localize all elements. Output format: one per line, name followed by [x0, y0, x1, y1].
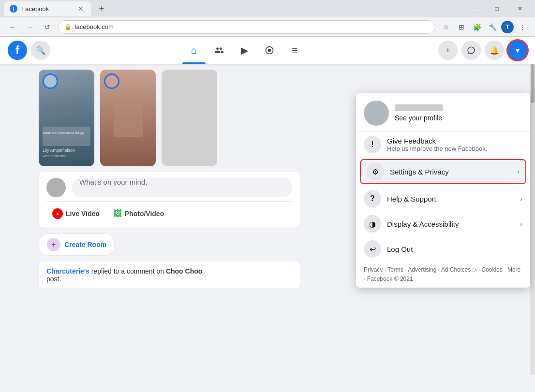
- back-button[interactable]: ←: [6, 20, 19, 34]
- settings-privacy-menu-item[interactable]: ⚙ Settings & Privacy ›: [360, 159, 526, 184]
- notification-name[interactable]: Charcuterie's: [46, 267, 89, 275]
- give-feedback-menu-item[interactable]: ! Give Feedback Help us improve the new …: [356, 132, 530, 157]
- maximize-button[interactable]: □: [486, 0, 508, 17]
- notification-feed-item: Charcuterie's replied to a comment on Ch…: [39, 261, 300, 289]
- minimize-button[interactable]: —: [462, 0, 485, 17]
- extensions-button[interactable]: 🧩: [470, 20, 484, 34]
- logout-icon: ↩: [364, 240, 381, 258]
- profile-info: See your profile: [395, 104, 443, 122]
- user-avatar: [46, 178, 66, 197]
- reload-button[interactable]: ↺: [41, 20, 54, 34]
- story-card-1[interactable]: Lily Ampelfielson was someone some text …: [39, 70, 94, 166]
- window-controls: — □ ✕: [462, 0, 531, 17]
- post-actions: ● Live Video 🖼 Photo/Video: [46, 201, 292, 222]
- settings-privacy-text: Settings & Privacy: [390, 168, 511, 176]
- display-icon: ◑: [364, 215, 381, 232]
- help-chevron-icon: ›: [520, 195, 522, 203]
- create-room-button[interactable]: + Create Room: [39, 233, 115, 256]
- profile-avatar: [364, 101, 389, 126]
- url-text: facebook.com: [74, 23, 114, 30]
- nav-home-button[interactable]: ⌂: [182, 39, 206, 62]
- browser-nav-bar: ← → ↺ 🔒 facebook.com ☆ ⊞ 🧩 🔧 T ⋮: [0, 17, 535, 37]
- account-dropdown-menu: See your profile ! Give Feedback Help us…: [356, 93, 530, 288]
- live-video-button[interactable]: ● Live Video: [46, 205, 105, 222]
- lock-icon: 🔒: [64, 24, 72, 30]
- nav-watch-button[interactable]: ▶: [233, 39, 256, 62]
- browser-tab[interactable]: f Facebook ✕: [4, 1, 91, 16]
- fb-top-navigation: f 🔍 ⌂ ▶ ≡ + 🔔 ▾: [0, 37, 535, 64]
- facebook-app: f 🔍 ⌂ ▶ ≡ + 🔔 ▾: [0, 37, 535, 375]
- help-support-text: Help & Support: [387, 195, 514, 203]
- photo-video-button[interactable]: 🖼 Photo/Video: [107, 205, 170, 222]
- fb-nav-right: + 🔔 ▾: [438, 41, 527, 60]
- create-button[interactable]: +: [438, 41, 458, 60]
- post-input-field[interactable]: What's on your mind,: [72, 178, 292, 197]
- story-card-3[interactable]: [162, 70, 217, 166]
- give-feedback-text: Give Feedback Help us improve the new Fa…: [387, 137, 522, 152]
- profile-menu-item[interactable]: See your profile: [356, 97, 530, 132]
- address-bar[interactable]: 🔒 facebook.com: [58, 20, 435, 34]
- fb-content-area: Lily Ampelfielson was someone some text …: [0, 64, 535, 375]
- profile-name-blur: [395, 104, 443, 111]
- close-button[interactable]: ✕: [509, 0, 531, 17]
- extensions2-button[interactable]: 🔧: [486, 20, 499, 34]
- live-video-icon: ●: [52, 208, 63, 219]
- logout-menu-item[interactable]: ↩ Log Out: [356, 236, 530, 261]
- messenger-button[interactable]: [461, 41, 481, 60]
- photo-video-icon: 🖼: [113, 209, 122, 219]
- display-accessibility-menu-item[interactable]: ◑ Display & Accessibility ›: [356, 211, 530, 236]
- nav-actions: ☆ ⊞ 🧩 🔧 T ⋮: [439, 20, 529, 34]
- story-card-2[interactable]: [100, 70, 156, 166]
- display-chevron-icon: ›: [520, 220, 522, 228]
- help-support-menu-item[interactable]: ? Help & Support ›: [356, 186, 530, 211]
- see-profile-label: See your profile: [395, 114, 443, 122]
- tab-close-button[interactable]: ✕: [76, 4, 85, 13]
- display-accessibility-text: Display & Accessibility: [387, 220, 514, 228]
- post-composer: What's on your mind, ● Live Video 🖼 Phot…: [39, 172, 300, 228]
- nav-menu-button[interactable]: ≡: [283, 39, 306, 62]
- bookmark-button[interactable]: ☆: [439, 20, 453, 34]
- account-button[interactable]: ▾: [508, 41, 527, 60]
- give-feedback-icon: !: [364, 136, 381, 153]
- tab-favicon: f: [10, 5, 17, 13]
- scrollbar-thumb[interactable]: [531, 64, 535, 103]
- notification-link[interactable]: Choo Choo: [166, 267, 202, 275]
- fb-search-button[interactable]: 🔍: [31, 41, 50, 60]
- fb-logo[interactable]: f: [8, 41, 27, 60]
- svg-point-1: [268, 49, 271, 52]
- browser-profile-button[interactable]: T: [501, 21, 514, 33]
- new-tab-button[interactable]: +: [95, 2, 108, 15]
- help-icon: ?: [364, 190, 381, 207]
- nav-groups-button[interactable]: [258, 39, 281, 62]
- fb-nav-center: ⌂ ▶ ≡: [50, 39, 438, 62]
- scrollbar[interactable]: [530, 64, 535, 375]
- title-bar: f Facebook ✕ + — □ ✕: [0, 0, 535, 17]
- browser-menu-button[interactable]: ⋮: [516, 20, 529, 34]
- create-room-icon: +: [47, 238, 60, 251]
- nav-friends-button[interactable]: [208, 39, 231, 62]
- settings-chevron-icon: ›: [517, 168, 520, 175]
- notifications-button[interactable]: 🔔: [485, 41, 504, 60]
- logout-text: Log Out: [387, 245, 522, 253]
- extensions-grid-button[interactable]: ⊞: [455, 20, 468, 34]
- forward-button[interactable]: →: [23, 20, 37, 34]
- menu-footer: Privacy · Terms · Advertising · Ad Choic…: [356, 261, 530, 286]
- create-room-section: + Create Room: [39, 233, 300, 256]
- settings-icon: ⚙: [367, 163, 384, 180]
- tab-title: Facebook: [21, 5, 73, 13]
